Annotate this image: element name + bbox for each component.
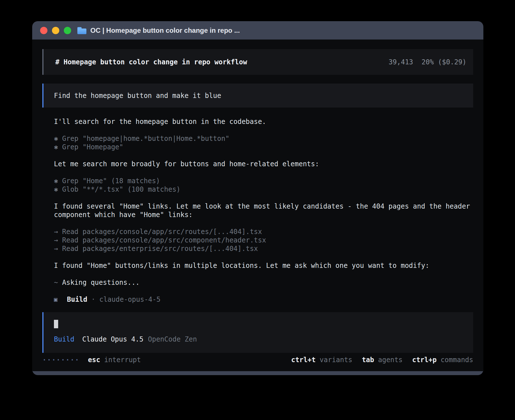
interrupt-label: interrupt: [104, 356, 141, 364]
session-title: # Homepage button color change in repo w…: [55, 58, 247, 66]
tool-call-text: Grep "homepage|home.*button|Home.*button…: [62, 135, 229, 143]
read-arrow-icon: →: [54, 236, 62, 244]
grep-tool-icon: ✱: [54, 177, 62, 185]
glob-tool-icon: ✱: [54, 185, 62, 194]
provider-label: OpenCode Zen: [148, 335, 197, 344]
titlebar[interactable]: OC | Homepage button color change in rep…: [32, 21, 483, 40]
session-stats: 39,413 20% ($0.29): [389, 58, 466, 66]
tool-call-group: ✱Grep "homepage|home.*button|Home.*butto…: [54, 134, 473, 151]
status-bar: ········ escinterrupt ctrl+tvariants tab…: [42, 356, 473, 364]
commands-label: commands: [440, 356, 473, 364]
model-label: Claude Opus 4.5: [82, 335, 143, 344]
tool-call-text: Read packages/console/app/src/component/…: [62, 236, 266, 244]
agent-model-line: ▣ Build · claude-opus-4-5: [54, 295, 473, 304]
folder-icon: [77, 27, 86, 34]
status-right: ctrl+tvariants tabagents ctrl+pcommands: [291, 356, 473, 364]
working-status-text: Asking questions...: [62, 279, 140, 286]
agent-name: Build: [67, 295, 87, 304]
terminal-window: OC | Homepage button color change in rep…: [32, 21, 483, 375]
ctrl-p-key: ctrl+p: [412, 356, 437, 364]
tilde-icon: ~: [54, 278, 62, 287]
esc-key: esc: [88, 356, 100, 364]
assistant-text: I found "Home" buttons/links in multiple…: [54, 261, 473, 270]
assistant-text: Let me search more broadly for buttons a…: [54, 160, 473, 168]
terminal-content: # Homepage button color change in repo w…: [32, 40, 483, 371]
read-arrow-icon: →: [54, 244, 62, 253]
text-cursor: [54, 320, 58, 328]
user-message: Find the homepage button and make it blu…: [42, 84, 473, 108]
tool-call: →Read packages/enterprise/src/routes/[..…: [54, 244, 473, 253]
agent-icon: ▣: [54, 295, 67, 304]
status-left: ········ escinterrupt: [42, 356, 141, 364]
assistant-text: I found several "Home" links. Let me loo…: [54, 202, 473, 219]
tool-call: ✱Grep "Home" (18 matches): [54, 177, 473, 185]
agents-label: agents: [378, 356, 403, 364]
shortcut-commands: ctrl+pcommands: [412, 356, 473, 364]
interrupt-hint: escinterrupt: [88, 356, 141, 364]
tool-call-group: →Read packages/console/app/src/routes/[.…: [54, 228, 473, 253]
tool-call-text: Grep "Homepage": [62, 143, 123, 151]
window-title: OC | Homepage button color change in rep…: [90, 27, 240, 34]
tool-call: ✱Grep "Homepage": [54, 143, 473, 151]
traffic-lights: [40, 27, 71, 34]
tool-call: →Read packages/console/app/src/routes/[.…: [54, 228, 473, 236]
grep-tool-icon: ✱: [54, 143, 62, 151]
assistant-response: I'll search for the homepage button in t…: [42, 117, 473, 312]
dot-separator: ·: [91, 295, 95, 304]
tool-call: →Read packages/console/app/src/component…: [54, 236, 473, 244]
agent-model: claude-opus-4-5: [99, 295, 161, 304]
working-status: ~Asking questions...: [54, 278, 473, 287]
minimize-button[interactable]: [52, 27, 59, 34]
grep-tool-icon: ✱: [54, 134, 62, 143]
tool-call-text: Grep "Home" (18 matches): [62, 177, 160, 185]
input-meta: Build Claude Opus 4.5 OpenCode Zen: [54, 335, 466, 344]
tab-key: tab: [362, 356, 374, 364]
mode-label: Build: [54, 335, 74, 344]
assistant-text: I'll search for the homepage button in t…: [54, 117, 473, 126]
session-header: # Homepage button color change in repo w…: [42, 49, 473, 75]
prompt-input[interactable]: Build Claude Opus 4.5 OpenCode Zen: [42, 312, 473, 353]
variants-label: variants: [320, 356, 352, 364]
user-message-text: Find the homepage button and make it blu…: [54, 91, 221, 100]
tool-call: ✱Glob "**/*.tsx" (100 matches): [54, 185, 473, 194]
shortcut-agents: tabagents: [362, 356, 403, 364]
context-usage: 20% ($0.29): [422, 58, 466, 66]
read-arrow-icon: →: [54, 228, 62, 236]
close-button[interactable]: [40, 27, 47, 34]
tool-call: ✱Grep "homepage|home.*button|Home.*butto…: [54, 134, 473, 143]
shortcut-variants: ctrl+tvariants: [291, 356, 352, 364]
tool-call-text: Glob "**/*.tsx" (100 matches): [62, 185, 180, 193]
ctrl-t-key: ctrl+t: [291, 356, 316, 364]
tool-call-text: Read packages/console/app/src/routes/[..…: [62, 228, 262, 236]
tool-call-text: Read packages/enterprise/src/routes/[...…: [62, 245, 258, 253]
tool-call-group: ✱Grep "Home" (18 matches) ✱Glob "**/*.ts…: [54, 177, 473, 194]
token-count: 39,413: [389, 58, 413, 66]
zoom-button[interactable]: [64, 27, 71, 34]
spinner-dots: ········: [42, 356, 80, 364]
